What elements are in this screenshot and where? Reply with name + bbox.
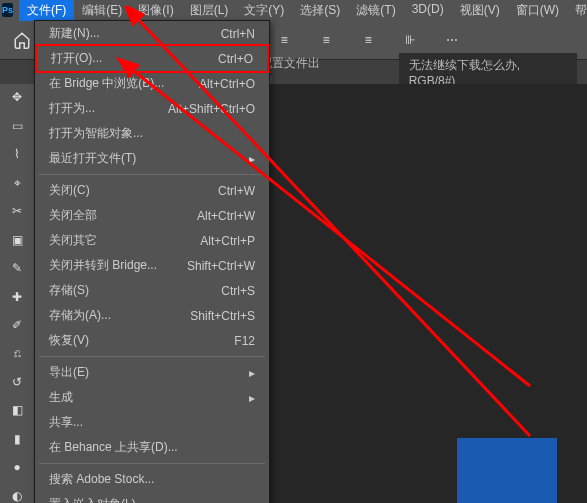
menu-separator (39, 174, 265, 175)
menu-图像i[interactable]: 图像(I) (130, 0, 181, 21)
menu-item[interactable]: 关闭全部Alt+Ctrl+W (35, 203, 269, 228)
crop-tool-icon[interactable]: ✂ (6, 204, 28, 218)
menu-item-label: 生成 (49, 389, 73, 406)
menu-item-label: 关闭并转到 Bridge... (49, 257, 157, 274)
document-preview (457, 438, 557, 503)
menu-item-shortcut: Alt+Ctrl+W (197, 209, 255, 223)
blur-tool-icon[interactable]: ● (6, 460, 28, 474)
menu-item-label: 在 Behance 上共享(D)... (49, 439, 178, 456)
menu-视图v[interactable]: 视图(V) (452, 0, 508, 21)
marquee-tool-icon[interactable]: ▭ (6, 118, 28, 132)
menu-图层l[interactable]: 图层(L) (182, 0, 237, 21)
menu-item-shortcut: Ctrl+S (221, 284, 255, 298)
menu-item[interactable]: 打开(O)...Ctrl+O (35, 44, 269, 73)
menu-item-shortcut: Alt+Shift+Ctrl+O (168, 102, 255, 116)
menu-separator (39, 356, 265, 357)
menu-item[interactable]: 导出(E)▸ (35, 360, 269, 385)
align-right-icon[interactable]: ≡ (312, 26, 340, 54)
menu-item-label: 存储(S) (49, 282, 89, 299)
healing-tool-icon[interactable]: ✚ (6, 289, 28, 303)
menu-item[interactable]: 在 Bridge 中浏览(B)...Alt+Ctrl+O (35, 71, 269, 96)
menu-item-label: 置入嵌入对象(L)... (49, 496, 146, 503)
history-brush-tool-icon[interactable]: ↺ (6, 375, 28, 389)
menu-item-shortcut: Ctrl+N (221, 27, 255, 41)
quick-select-tool-icon[interactable]: ⌖ (6, 175, 28, 189)
lasso-tool-icon[interactable]: ⌇ (6, 147, 28, 161)
menu-item-shortcut: Shift+Ctrl+S (190, 309, 255, 323)
menu-item[interactable]: 共享... (35, 410, 269, 435)
menu-item-shortcut: Alt+Ctrl+O (199, 77, 255, 91)
menu-item-label: 最近打开文件(T) (49, 150, 136, 167)
tools-panel: ✥ ▭ ⌇ ⌖ ✂ ▣ ✎ ✚ ✐ ⎌ ↺ ◧ ▮ ● ◐ (0, 84, 34, 503)
menu-item-label: 打开(O)... (51, 50, 102, 67)
menu-item-shortcut: Ctrl+O (218, 52, 253, 66)
dodge-tool-icon[interactable]: ◐ (6, 489, 28, 503)
menu-item[interactable]: 恢复(V)F12 (35, 328, 269, 353)
menu-item-shortcut: Shift+Ctrl+W (187, 259, 255, 273)
menu-item[interactable]: 关闭(C)Ctrl+W (35, 178, 269, 203)
menu-item[interactable]: 搜索 Adobe Stock... (35, 467, 269, 492)
file-menu-dropdown: 新建(N)...Ctrl+N打开(O)...Ctrl+O在 Bridge 中浏览… (34, 20, 270, 503)
submenu-arrow-icon: ▸ (249, 152, 255, 166)
home-icon[interactable] (8, 26, 36, 54)
clone-stamp-tool-icon[interactable]: ⎌ (6, 346, 28, 360)
menu-item-label: 搜索 Adobe Stock... (49, 471, 154, 488)
menu-item-shortcut: Alt+Ctrl+P (200, 234, 255, 248)
menu-item[interactable]: 打开为...Alt+Shift+Ctrl+O (35, 96, 269, 121)
menu-item-label: 存储为(A)... (49, 307, 111, 324)
menu-item[interactable]: 生成▸ (35, 385, 269, 410)
align-top-icon[interactable]: ≡ (354, 26, 382, 54)
menu-item[interactable]: 存储(S)Ctrl+S (35, 278, 269, 303)
menu-item[interactable]: 置入嵌入对象(L)... (35, 492, 269, 503)
frame-tool-icon[interactable]: ▣ (6, 232, 28, 246)
menu-item-label: 在 Bridge 中浏览(B)... (49, 75, 164, 92)
menu-编辑e[interactable]: 编辑(E) (74, 0, 130, 21)
eraser-tool-icon[interactable]: ◧ (6, 403, 28, 417)
menu-separator (39, 463, 265, 464)
menu-item-label: 打开为... (49, 100, 95, 117)
align-center-icon[interactable]: ≡ (270, 26, 298, 54)
menu-item-label: 恢复(V) (49, 332, 89, 349)
eyedropper-tool-icon[interactable]: ✎ (6, 261, 28, 275)
menu-item-label: 新建(N)... (49, 25, 100, 42)
menu-item[interactable]: 打开为智能对象... (35, 121, 269, 146)
menu-帮助h[interactable]: 帮助(H) (567, 0, 587, 21)
menu-item-label: 关闭(C) (49, 182, 90, 199)
menu-item[interactable]: 最近打开文件(T)▸ (35, 146, 269, 171)
menu-文件f[interactable]: 文件(F) (19, 0, 74, 21)
submenu-arrow-icon: ▸ (249, 366, 255, 380)
menu-3dd[interactable]: 3D(D) (404, 0, 452, 21)
ps-logo: Ps (2, 3, 13, 17)
menu-滤镜t[interactable]: 滤镜(T) (348, 0, 403, 21)
menu-item-shortcut: Ctrl+W (218, 184, 255, 198)
menu-item-shortcut: F12 (234, 334, 255, 348)
menu-选择s[interactable]: 选择(S) (292, 0, 348, 21)
move-tool-icon[interactable]: ✥ (6, 90, 28, 104)
menu-item[interactable]: 新建(N)...Ctrl+N (35, 21, 269, 46)
brush-tool-icon[interactable]: ✐ (6, 318, 28, 332)
menu-窗口w[interactable]: 窗口(W) (508, 0, 567, 21)
menu-item[interactable]: 关闭并转到 Bridge...Shift+Ctrl+W (35, 253, 269, 278)
distribute-icon[interactable]: ⊪ (396, 26, 424, 54)
menu-item-label: 共享... (49, 414, 83, 431)
more-options-icon[interactable]: ⋯ (438, 26, 466, 54)
menu-item-label: 打开为智能对象... (49, 125, 143, 142)
menu-item[interactable]: 在 Behance 上共享(D)... (35, 435, 269, 460)
menu-item[interactable]: 存储为(A)...Shift+Ctrl+S (35, 303, 269, 328)
menubar: Ps 文件(F)编辑(E)图像(I)图层(L)文字(Y)选择(S)滤镜(T)3D… (0, 0, 587, 20)
menu-文字y[interactable]: 文字(Y) (236, 0, 292, 21)
gradient-tool-icon[interactable]: ▮ (6, 432, 28, 446)
menu-item-label: 关闭全部 (49, 207, 97, 224)
menu-item-label: 关闭其它 (49, 232, 97, 249)
submenu-arrow-icon: ▸ (249, 391, 255, 405)
menu-item[interactable]: 关闭其它Alt+Ctrl+P (35, 228, 269, 253)
menu-item-label: 导出(E) (49, 364, 89, 381)
